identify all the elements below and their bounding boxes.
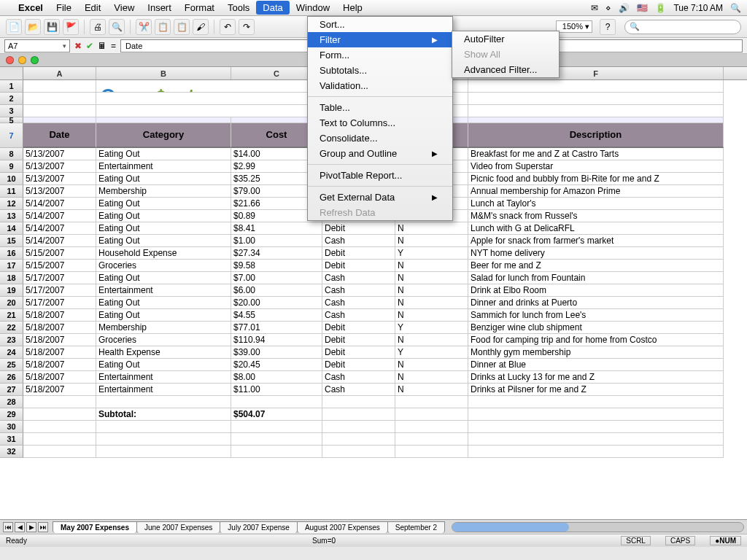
cell[interactable]: N bbox=[395, 235, 468, 247]
menu-item-subtotals-[interactable]: Subtotals... bbox=[308, 63, 452, 78]
paste-button[interactable]: 📋 bbox=[174, 19, 190, 35]
cell[interactable]: Cash bbox=[322, 297, 395, 309]
row-header[interactable]: 1 bbox=[0, 80, 23, 93]
cell[interactable] bbox=[23, 433, 96, 446]
row-header[interactable]: 31 bbox=[0, 433, 23, 446]
cell[interactable] bbox=[395, 408, 468, 421]
cell[interactable] bbox=[322, 421, 395, 433]
cell[interactable]: $4.55 bbox=[231, 309, 322, 322]
row-header[interactable]: 21 bbox=[0, 309, 23, 322]
menu-data[interactable]: Data bbox=[256, 1, 289, 15]
row-header[interactable]: 9 bbox=[0, 160, 23, 173]
cell[interactable]: Sammich for lunch from Lee's bbox=[468, 309, 724, 322]
cell[interactable] bbox=[23, 421, 96, 433]
sheet-nav-next[interactable]: ▶ bbox=[26, 522, 36, 532]
cell[interactable]: Y bbox=[395, 322, 468, 334]
cell[interactable]: Debit bbox=[322, 359, 395, 371]
cell[interactable]: 5/15/2007 bbox=[23, 260, 96, 272]
cell[interactable]: Debit bbox=[322, 334, 395, 346]
cell[interactable]: 5/14/2007 bbox=[23, 235, 96, 247]
cell[interactable]: Dinner at Blue bbox=[468, 359, 724, 371]
cell[interactable] bbox=[395, 421, 468, 433]
menu-item-group-and-outline[interactable]: Group and Outline▶ bbox=[308, 146, 452, 161]
enter-icon[interactable]: ✔ bbox=[86, 41, 93, 51]
battery-icon[interactable]: 🔋 bbox=[655, 3, 666, 13]
header-category[interactable]: Category bbox=[96, 123, 231, 148]
cell[interactable]: Drinks at Lucky 13 for me and Z bbox=[468, 371, 724, 384]
cell[interactable] bbox=[322, 433, 395, 446]
row-header[interactable]: 14 bbox=[0, 222, 23, 235]
row-header[interactable]: 19 bbox=[0, 284, 23, 297]
sheet-tab[interactable]: June 2007 Expenses bbox=[136, 521, 220, 533]
sheet-nav-last[interactable]: ⏭ bbox=[38, 522, 48, 532]
cell[interactable]: $110.94 bbox=[231, 334, 322, 346]
cell[interactable]: Membership bbox=[96, 185, 231, 198]
cell[interactable]: Beer for me and Z bbox=[468, 260, 724, 272]
format-painter-button[interactable]: 🖌 bbox=[193, 19, 209, 35]
cell[interactable]: Eating Out bbox=[96, 210, 231, 222]
cell[interactable]: M&M's snack from Russel's bbox=[468, 210, 724, 222]
cell[interactable]: 5/13/2007 bbox=[23, 185, 96, 198]
menu-item-form-[interactable]: Form... bbox=[308, 47, 452, 63]
row-header[interactable]: 11 bbox=[0, 185, 23, 198]
cell[interactable]: Eating Out bbox=[96, 309, 231, 322]
header-date[interactable]: Date bbox=[23, 123, 96, 148]
calculator-icon[interactable]: 🖩 bbox=[98, 41, 107, 51]
cell[interactable]: Eating Out bbox=[96, 235, 231, 247]
menu-item-pivottable-report-[interactable]: PivotTable Report... bbox=[308, 168, 452, 183]
sheet-tab[interactable]: May 2007 Expenses bbox=[53, 521, 137, 533]
cell[interactable]: Subtotal: bbox=[96, 408, 231, 421]
cell[interactable] bbox=[231, 433, 322, 446]
cell[interactable]: Cash bbox=[322, 272, 395, 284]
row-header[interactable]: 24 bbox=[0, 346, 23, 359]
cell[interactable]: Debit bbox=[322, 346, 395, 359]
menu-item-table-[interactable]: Table... bbox=[308, 100, 452, 115]
cell[interactable]: 5/13/2007 bbox=[23, 173, 96, 185]
cell[interactable]: Breakfast for me and Z at Castro Tarts bbox=[468, 148, 724, 160]
cell[interactable] bbox=[231, 396, 322, 408]
row-header[interactable]: 22 bbox=[0, 322, 23, 334]
open-button[interactable]: 📂 bbox=[25, 19, 41, 35]
cell[interactable]: Entertainment bbox=[96, 384, 231, 396]
sheet-tab[interactable]: September 2 bbox=[387, 521, 445, 533]
cell[interactable]: Debit bbox=[322, 247, 395, 260]
cell[interactable]: Eating Out bbox=[96, 198, 231, 210]
cell[interactable]: Dinner and drinks at Puerto bbox=[468, 297, 724, 309]
cell[interactable] bbox=[23, 396, 96, 408]
print-button[interactable]: 🖨 bbox=[90, 19, 106, 35]
menu-edit[interactable]: Edit bbox=[78, 1, 107, 15]
clock[interactable]: Tue 7:10 AM bbox=[673, 3, 723, 13]
undo-button[interactable]: ↶ bbox=[220, 19, 236, 35]
submenu-item-advanced-filter-[interactable]: Advanced Filter... bbox=[452, 62, 559, 77]
cell[interactable] bbox=[23, 408, 96, 421]
cell[interactable]: $8.41 bbox=[231, 222, 322, 235]
cut-button[interactable]: ✂️ bbox=[136, 19, 152, 35]
cell[interactable]: N bbox=[395, 284, 468, 297]
cell[interactable]: 5/13/2007 bbox=[23, 160, 96, 173]
cell[interactable]: Cash bbox=[322, 235, 395, 247]
menu-item-text-to-columns-[interactable]: Text to Columns... bbox=[308, 115, 452, 131]
cell[interactable]: Debit bbox=[322, 322, 395, 334]
cell[interactable]: Drink at Elbo Room bbox=[468, 284, 724, 297]
cell[interactable]: N bbox=[395, 334, 468, 346]
close-window-button[interactable] bbox=[6, 56, 14, 64]
cell[interactable]: Eating Out bbox=[96, 222, 231, 235]
cell[interactable] bbox=[322, 396, 395, 408]
row-header[interactable]: 15 bbox=[0, 235, 23, 247]
cell[interactable]: Y bbox=[395, 247, 468, 260]
redo-button[interactable]: ↷ bbox=[239, 19, 255, 35]
cell[interactable] bbox=[395, 396, 468, 408]
row-header[interactable]: 5 bbox=[0, 117, 23, 123]
toolbar-search[interactable]: 🔍 bbox=[624, 20, 741, 34]
cell[interactable]: 5/14/2007 bbox=[23, 222, 96, 235]
cell[interactable]: Video from Superstar bbox=[468, 160, 724, 173]
cell[interactable]: Entertainment bbox=[96, 160, 231, 173]
cell[interactable]: N bbox=[395, 359, 468, 371]
row-header[interactable]: 20 bbox=[0, 297, 23, 309]
row-header[interactable]: 32 bbox=[0, 446, 23, 458]
cell[interactable] bbox=[468, 396, 724, 408]
row-header[interactable]: 25 bbox=[0, 359, 23, 371]
cell[interactable]: Y bbox=[395, 346, 468, 359]
cell[interactable]: 5/18/2007 bbox=[23, 346, 96, 359]
zoom-window-button[interactable] bbox=[31, 56, 39, 64]
